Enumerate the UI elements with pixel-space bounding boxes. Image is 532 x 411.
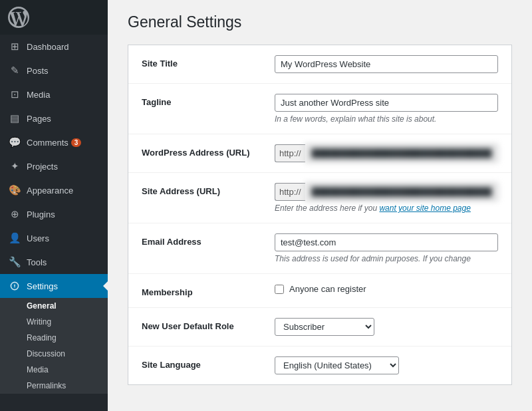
sidebar-item-users[interactable]: 👤 Users [0, 226, 108, 250]
sidebar-item-label: Users [27, 233, 49, 243]
email-description: This address is used for admin purposes.… [275, 254, 498, 263]
email-row: Email Address This address is used for a… [128, 223, 511, 274]
sidebar-item-appearance[interactable]: 🎨 Appearance [0, 178, 108, 202]
site-address-prefix: http:// [275, 183, 305, 201]
membership-row: Membership Anyone can register [128, 274, 511, 308]
users-icon: 👤 [8, 231, 21, 245]
comments-icon: 💬 [8, 136, 21, 149]
sidebar-item-posts[interactable]: ✎ Posts [0, 59, 108, 82]
default-role-label: New User Default Role [142, 318, 275, 331]
site-address-input[interactable] [305, 183, 498, 201]
sidebar-item-media[interactable]: ⊡ Media [0, 82, 108, 106]
tagline-description: In a few words, explain what this site i… [275, 114, 498, 124]
sidebar-item-label: Projects [27, 162, 58, 172]
email-field-wrap: This address is used for admin purposes.… [275, 233, 498, 263]
sidebar-item-label: Dashboard [27, 42, 69, 52]
page-title: General Settings [128, 13, 512, 31]
site-address-row: Site Address (URL) http:// Enter the add… [128, 173, 511, 223]
projects-icon: ✦ [8, 160, 21, 173]
plugins-icon: ⊕ [8, 207, 21, 221]
membership-checkbox-row: Anyone can register [275, 284, 498, 294]
sidebar-item-label: Media [27, 90, 50, 100]
main-content: General Settings Site Title Tagline In a… [108, 0, 532, 411]
sidebar-item-label: Appearance [27, 186, 73, 196]
posts-icon: ✎ [8, 64, 21, 77]
submenu-item-media[interactable]: Media [0, 362, 108, 378]
media-icon: ⊡ [8, 88, 21, 101]
submenu-item-discussion[interactable]: Discussion [0, 346, 108, 362]
sidebar-item-projects[interactable]: ✦ Projects [0, 154, 108, 178]
dashboard-icon: ⊞ [8, 40, 21, 53]
wp-address-field: http:// [275, 144, 498, 162]
submenu-item-general[interactable]: General [0, 298, 108, 314]
sidebar-item-label: Plugins [27, 209, 55, 219]
membership-label: Membership [142, 284, 275, 297]
site-title-field [275, 55, 498, 73]
sidebar-nav: ⊞ Dashboard ✎ Posts ⊡ Media ▤ Pages 💬 Co… [0, 35, 108, 394]
settings-form: Site Title Tagline In a few words, expla… [128, 45, 512, 385]
default-role-select[interactable]: Subscriber Contributor Author Editor Adm… [275, 318, 374, 336]
site-language-select[interactable]: English (United States) Français Deutsch [275, 356, 399, 374]
sidebar-item-label: Settings [27, 281, 58, 291]
submenu-item-writing[interactable]: Writing [0, 314, 108, 330]
sidebar-item-settings[interactable]: Settings [0, 274, 108, 298]
tools-icon: 🔧 [8, 255, 21, 269]
sidebar-item-label: Pages [27, 114, 51, 124]
wp-address-row: WordPress Address (URL) http:// [128, 134, 511, 173]
default-role-row: New User Default Role Subscriber Contrib… [128, 308, 511, 346]
sidebar-item-plugins[interactable]: ⊕ Plugins [0, 202, 108, 226]
settings-submenu: General Writing Reading Discussion Media… [0, 298, 108, 394]
wp-address-prefix: http:// [275, 144, 305, 162]
site-address-description: Enter the address here if you want your … [275, 204, 498, 213]
site-address-field: http:// Enter the address here if you wa… [275, 183, 498, 213]
sidebar-item-dashboard[interactable]: ⊞ Dashboard [0, 35, 108, 59]
comments-badge: 3 [71, 138, 82, 147]
site-language-field: English (United States) Français Deutsch [275, 356, 498, 374]
wp-address-label: WordPress Address (URL) [142, 144, 275, 158]
membership-field: Anyone can register [275, 284, 498, 294]
site-title-label: Site Title [142, 55, 275, 68]
tagline-label: Tagline [142, 94, 275, 107]
tagline-field: In a few words, explain what this site i… [275, 94, 498, 124]
site-language-row: Site Language English (United States) Fr… [128, 346, 511, 384]
wp-address-url-wrap: http:// [275, 144, 498, 162]
default-role-field: Subscriber Contributor Author Editor Adm… [275, 318, 498, 336]
email-label: Email Address [142, 233, 275, 247]
sidebar: ⊞ Dashboard ✎ Posts ⊡ Media ▤ Pages 💬 Co… [0, 0, 108, 411]
site-address-label: Site Address (URL) [142, 183, 275, 196]
settings-icon [8, 279, 21, 293]
wp-address-input[interactable] [305, 144, 498, 162]
pages-icon: ▤ [8, 112, 21, 125]
site-title-row: Site Title [128, 45, 511, 84]
appearance-icon: 🎨 [8, 184, 21, 197]
sidebar-item-comments[interactable]: 💬 Comments 3 [0, 130, 108, 154]
sidebar-item-label: Posts [27, 66, 49, 76]
tagline-input[interactable] [275, 94, 498, 112]
wordpress-logo-icon [8, 7, 29, 28]
membership-checkbox-label[interactable]: Anyone can register [289, 284, 366, 294]
sidebar-item-label: Tools [27, 257, 47, 267]
submenu-item-reading[interactable]: Reading [0, 330, 108, 346]
sidebar-item-tools[interactable]: 🔧 Tools [0, 250, 108, 274]
site-language-label: Site Language [142, 356, 275, 370]
submenu-item-permalinks[interactable]: Permalinks [0, 378, 108, 394]
membership-checkbox[interactable] [275, 285, 284, 294]
tagline-row: Tagline In a few words, explain what thi… [128, 84, 511, 134]
sidebar-item-pages[interactable]: ▤ Pages [0, 106, 108, 130]
site-address-link[interactable]: want your site home page [379, 204, 470, 213]
site-title-input[interactable] [275, 55, 498, 73]
site-address-url-wrap: http:// [275, 183, 498, 201]
sidebar-item-label: Comments [27, 138, 68, 148]
email-input[interactable] [275, 233, 498, 251]
sidebar-logo [0, 0, 108, 35]
